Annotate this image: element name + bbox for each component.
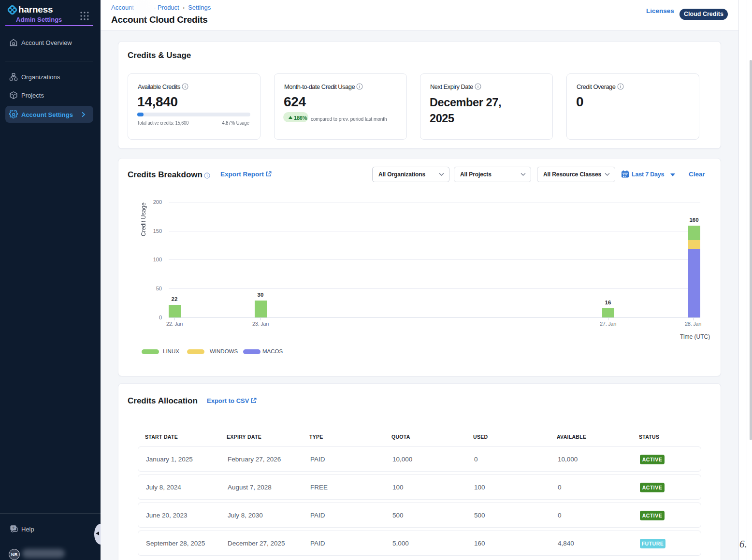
svg-text:?: ? bbox=[12, 526, 14, 530]
